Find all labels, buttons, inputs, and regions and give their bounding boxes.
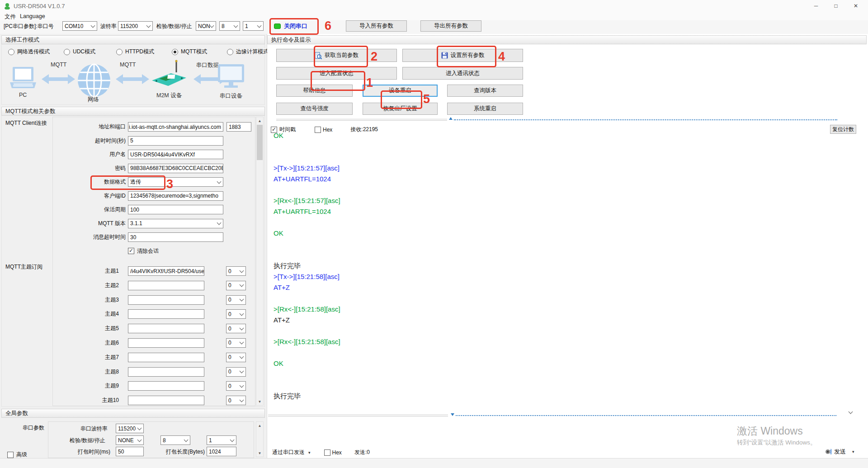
help-button[interactable]: 帮助信息 — [276, 85, 353, 97]
menu-file[interactable]: 文件 — [5, 13, 16, 21]
parity-select[interactable]: NONI — [196, 21, 216, 31]
packlen-input[interactable]: 1024 — [207, 447, 236, 456]
msg-timeout-input[interactable]: 30 — [128, 232, 223, 242]
chevron-down-icon — [217, 179, 222, 184]
global-databits-select[interactable]: 8 — [160, 435, 190, 445]
scroll-down-icon[interactable]: ▼ — [256, 449, 263, 457]
databits-select[interactable]: 8 — [219, 21, 240, 31]
chevron-down-icon — [91, 23, 95, 28]
keepalive-input[interactable]: 100 — [128, 205, 223, 214]
close-serial-button[interactable]: 关闭串口 — [274, 21, 307, 31]
parity-label: 检验/数据/停止 — [156, 23, 192, 30]
import-params-button[interactable]: 导入所有参数 — [346, 20, 407, 32]
annotation-number-4: 4 — [498, 50, 505, 64]
query-signal-button[interactable]: 查信号强度 — [276, 103, 353, 115]
global-baud-select[interactable]: 115200 — [116, 424, 144, 433]
topic-input[interactable] — [128, 281, 204, 290]
chevron-down-icon — [240, 355, 244, 359]
log-splitter[interactable] — [276, 119, 447, 121]
topic-input[interactable] — [128, 324, 204, 333]
topic-qos-select[interactable]: 0 — [226, 381, 246, 391]
dataformat-label: 数据格式 — [44, 178, 126, 186]
baud-label: 波特率 — [100, 23, 117, 30]
topic-input[interactable] — [128, 309, 204, 319]
clientid-input[interactable]: 12345678|securemode=3,signmetho — [128, 191, 223, 201]
menu-language[interactable]: Language — [20, 13, 45, 19]
topic-qos-select[interactable]: 0 — [226, 353, 246, 362]
radio-udc[interactable]: UDC模式 — [64, 48, 95, 56]
topic-qos-select[interactable]: 0 — [226, 396, 246, 405]
topic-input[interactable] — [128, 381, 204, 391]
query-version-button[interactable]: 查询版本 — [447, 85, 523, 97]
timeout-input[interactable]: 5 — [128, 136, 223, 146]
mqtt-scrollbar[interactable]: ▲ ▼ — [256, 117, 264, 406]
topic-qos-select[interactable]: 0 — [226, 309, 246, 319]
username-input[interactable]: USR-DR504&i4u4VIKvRXf — [128, 150, 223, 159]
global-parity-select[interactable]: NONE — [116, 435, 144, 445]
dataformat-row: 数据格式 透传 — [44, 177, 257, 187]
packtime-input[interactable]: 50 — [116, 447, 144, 456]
radio-httpd[interactable]: HTTPD模式 — [116, 48, 154, 56]
chevron-down-icon — [257, 23, 262, 28]
chevron-down-icon — [240, 297, 244, 302]
baud-select[interactable]: 115200 — [118, 21, 153, 31]
get-params-button[interactable]: 获取当前参数 — [276, 49, 397, 62]
topic-input[interactable] — [128, 367, 204, 377]
radio-icon — [116, 49, 123, 55]
advanced-checkbox-row[interactable]: 高级 — [7, 451, 27, 459]
get-params-icon — [315, 52, 322, 59]
scroll-down-icon[interactable]: ▼ — [256, 398, 263, 405]
global-stopbits-select[interactable]: 1 — [207, 435, 236, 445]
log-output[interactable]: OK >[Tx->][15:21:57][asc] AT+UARTFL=1024… — [274, 130, 834, 411]
enter-comm-button[interactable]: 进入通讯状态 — [402, 67, 523, 80]
topic-qos-select[interactable]: 0 — [226, 281, 246, 290]
topic-row: 主题3 0 — [44, 295, 257, 305]
topic-label: 主题4 — [44, 310, 119, 318]
log-line: AT+Z — [274, 282, 834, 293]
send-splitter[interactable] — [268, 415, 448, 416]
global-baud-label: 串口波特率 — [80, 425, 108, 433]
dataformat-select[interactable]: 透传 — [128, 177, 223, 187]
scrollbar-thumb[interactable] — [257, 125, 263, 160]
close-button[interactable]: ✕ — [848, 1, 863, 11]
mqtt-version-select[interactable]: 3.1.1 — [128, 219, 223, 228]
export-params-button[interactable]: 导出所有参数 — [420, 20, 481, 32]
msg-timeout-row: 消息超时时间 30 — [44, 232, 257, 242]
log-line — [274, 326, 834, 336]
topic-input[interactable] — [128, 396, 204, 405]
topic-row: 主题2 0 — [44, 281, 257, 290]
address-input[interactable]: i.iot-as-mqtt.cn-shanghai.aliyuncs.com — [128, 122, 223, 132]
topic-input[interactable] — [128, 353, 204, 362]
scroll-up-icon[interactable]: ▲ — [256, 422, 263, 429]
send-button[interactable]: 发送 ▾ — [825, 448, 854, 456]
password-input[interactable]: 98B38A6687E3D68C0CCEAECBC20EC — [128, 164, 223, 173]
topic-qos-select[interactable]: 0 — [226, 367, 246, 377]
com-port-select[interactable]: COM10 — [62, 21, 97, 31]
radio-mqtt[interactable]: MQTT模式 — [172, 48, 207, 56]
topic-row: 主题8 0 — [44, 367, 257, 377]
minimize-button[interactable]: ─ — [808, 1, 824, 11]
topic-qos-select[interactable]: 0 — [226, 295, 246, 305]
enter-config-button[interactable]: 进入配置状态 — [276, 67, 397, 80]
system-reboot-button[interactable]: 系统重启 — [447, 103, 523, 115]
send-hex-checkbox[interactable] — [324, 449, 330, 456]
topic-qos-select[interactable]: 0 — [226, 266, 246, 276]
topic-qos-select[interactable]: 0 — [226, 338, 246, 348]
topic-label: 主题8 — [44, 368, 119, 376]
stopbits-select[interactable]: 1 — [243, 21, 264, 31]
work-mode-header: 选择工作模式 — [1, 35, 265, 44]
advanced-checkbox[interactable] — [7, 452, 14, 458]
port-input[interactable]: 1883 — [226, 122, 251, 132]
topic-input[interactable] — [128, 295, 204, 305]
topic-input[interactable]: /i4u4VIKvRXf/USR-DR504/user/get — [128, 266, 204, 276]
topics-section-label: MQTT主题订阅 — [5, 263, 42, 271]
maximize-button[interactable]: □ — [828, 1, 844, 11]
topic-qos-select[interactable]: 0 — [226, 324, 246, 333]
send-via-dropdown[interactable]: 通过串口发送 ▾ — [272, 449, 311, 456]
radio-net-transparent[interactable]: 网络透传模式 — [8, 48, 50, 56]
topic-input[interactable] — [128, 338, 204, 348]
radio-edge[interactable]: 边缘计算模式 — [227, 48, 269, 56]
clear-session-checkbox[interactable] — [128, 248, 134, 254]
scroll-up-icon[interactable]: ▲ — [256, 117, 263, 124]
global-scrollbar[interactable]: ▲ ▼ — [256, 421, 264, 457]
